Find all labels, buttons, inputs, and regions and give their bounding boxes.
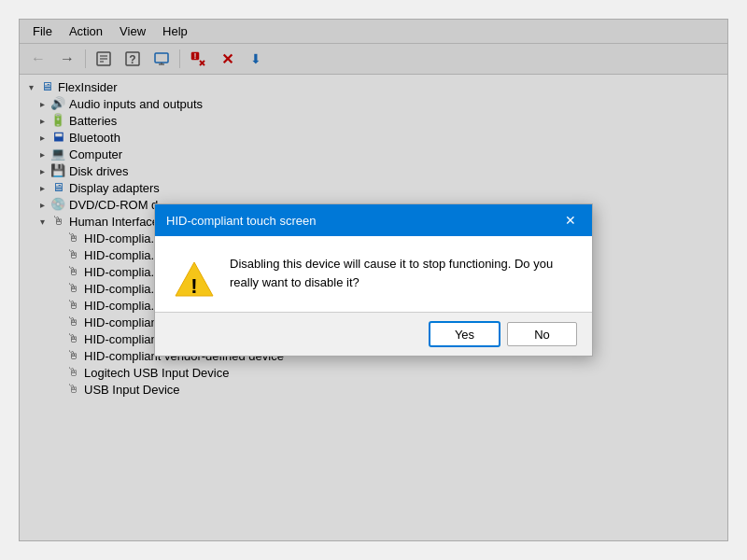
dialog-yes-button[interactable]: Yes	[430, 322, 500, 346]
main-window: File Action View Help ← → ?	[19, 19, 728, 541]
warning-icon-container: !	[174, 259, 215, 302]
dialog-title: HID-compliant touch screen	[166, 214, 316, 228]
dialog-overlay: HID-compliant touch screen ✕ ! Disabling…	[20, 20, 727, 540]
disable-dialog: HID-compliant touch screen ✕ ! Disabling…	[154, 203, 593, 357]
dialog-message: Disabling this device will cause it to s…	[230, 255, 573, 291]
dialog-body: ! Disabling this device will cause it to…	[155, 236, 592, 312]
dialog-close-button[interactable]: ✕	[560, 210, 581, 231]
dialog-titlebar: HID-compliant touch screen ✕	[155, 204, 592, 236]
dialog-footer: Yes No	[155, 312, 592, 356]
svg-text:!: !	[190, 274, 197, 298]
dialog-no-button[interactable]: No	[507, 322, 577, 346]
warning-triangle-icon: !	[174, 259, 215, 300]
